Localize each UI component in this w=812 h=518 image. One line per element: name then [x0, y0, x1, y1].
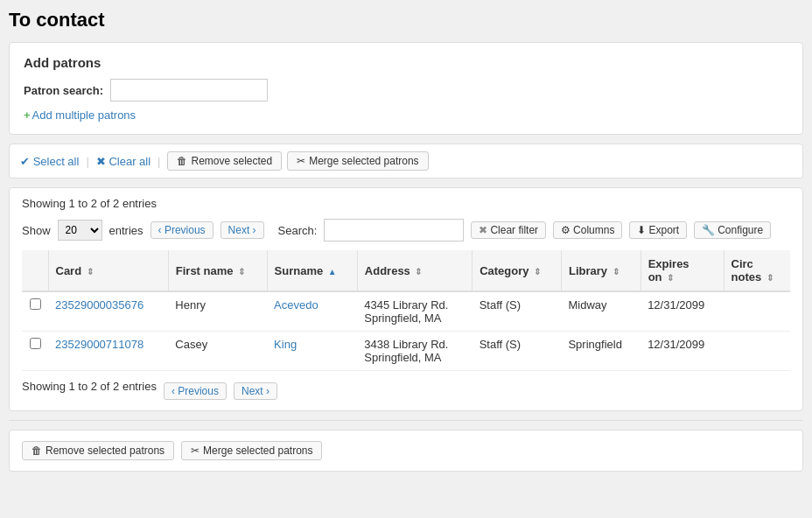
row-card: 23529000711078 — [48, 332, 168, 371]
x-icon-toolbar: ✖ — [96, 155, 106, 168]
table-search-input[interactable] — [324, 219, 464, 242]
sort-icon-address: ⇕ — [415, 267, 422, 276]
row-first-name: Henry — [168, 291, 267, 332]
row-card: 23529000035676 — [48, 291, 168, 332]
export-button[interactable]: ⬇ Export — [629, 221, 687, 239]
remove-selected-patrons-button[interactable]: 🗑 Remove selected patrons — [22, 441, 174, 460]
row-checkbox-cell — [22, 291, 48, 332]
row-address: 4345 Library Rd.Springfield, MA — [357, 291, 472, 332]
next-button-top[interactable]: Next › — [220, 221, 264, 239]
row-checkbox-cell — [22, 332, 48, 371]
clear-all-link[interactable]: ✖ Clear all — [96, 155, 150, 168]
page-title: To contact — [9, 9, 803, 32]
wrench-icon: 🔧 — [702, 224, 715, 236]
trash-icon-bottom: 🗑 — [32, 444, 42, 457]
patron-search-label: Patron search: — [24, 84, 103, 97]
configure-button[interactable]: 🔧 Configure — [694, 221, 771, 239]
toolbar-card: ✔ Select all | ✖ Clear all | 🗑 Remove se… — [9, 144, 803, 178]
show-label: Show — [22, 224, 51, 237]
row-checkbox-1[interactable] — [30, 338, 41, 349]
showing-text-bottom: Showing 1 to 2 of 2 entries — [22, 380, 157, 393]
th-card[interactable]: Card ⇕ — [48, 250, 168, 291]
surname-link-0[interactable]: Acevedo — [274, 298, 318, 312]
gear-icon: ⚙ — [561, 224, 570, 236]
x-filter-icon: ✖ — [479, 224, 487, 236]
row-first-name: Casey — [168, 332, 267, 371]
th-expires-on[interactable]: Expireson ⇕ — [640, 250, 724, 291]
columns-button[interactable]: ⚙ Columns — [553, 221, 622, 239]
previous-button-bottom[interactable]: ‹ Previous — [164, 382, 227, 400]
previous-button-top[interactable]: ‹ Previous — [150, 221, 214, 239]
table-row: 23529000711078 Casey King 3438 Library R… — [22, 332, 790, 371]
add-patrons-title: Add patrons — [24, 55, 788, 70]
card-link-1[interactable]: 23529000711078 — [55, 338, 144, 351]
card-link-0[interactable]: 23529000035676 — [55, 298, 144, 312]
table-row: 23529000035676 Henry Acevedo 4345 Librar… — [22, 291, 790, 332]
merge-selected-button[interactable]: ✂ Merge selected patrons — [287, 151, 428, 171]
separator-2: | — [158, 155, 160, 168]
th-first-name[interactable]: First name ⇕ — [168, 250, 267, 291]
patrons-table: Card ⇕ First name ⇕ Surname ▲ Address ⇕ … — [22, 250, 790, 371]
table-controls: Show 10 20 50 100 entries ‹ Previous Nex… — [22, 219, 790, 242]
show-entries-select[interactable]: 10 20 50 100 — [58, 220, 102, 241]
next-button-bottom[interactable]: Next › — [234, 382, 277, 400]
showing-text-top: Showing 1 to 2 of 2 entries — [22, 197, 790, 210]
bottom-controls: Showing 1 to 2 of 2 entries ‹ Previous N… — [22, 380, 790, 402]
row-expires-on: 12/31/2099 — [640, 332, 724, 371]
separator-1: | — [86, 155, 88, 168]
table-header-row: Card ⇕ First name ⇕ Surname ▲ Address ⇕ … — [22, 250, 790, 291]
row-circ-notes — [724, 332, 790, 371]
patron-search-input[interactable] — [110, 79, 268, 102]
row-circ-notes — [724, 291, 790, 332]
trash-icon: 🗑 — [177, 155, 187, 167]
row-library: Midway — [561, 291, 640, 332]
clear-filter-button[interactable]: ✖ Clear filter — [471, 221, 546, 239]
sort-icon-expires: ⇕ — [667, 273, 674, 283]
plus-icon: + — [24, 108, 31, 122]
row-library: Springfield — [561, 332, 640, 371]
row-category: Staff (S) — [472, 332, 562, 371]
sort-icon-first-name: ⇕ — [238, 267, 245, 276]
search-label: Search: — [278, 224, 318, 237]
sort-icon-card: ⇕ — [87, 267, 94, 276]
sort-icon-library: ⇕ — [612, 267, 620, 276]
surname-link-1[interactable]: King — [274, 338, 297, 351]
add-patrons-card: Add patrons Patron search: +Add multiple… — [9, 42, 803, 135]
select-all-link[interactable]: ✔ Select all — [20, 155, 79, 168]
add-multiple-patrons-link[interactable]: +Add multiple patrons — [24, 108, 136, 122]
divider — [9, 420, 803, 421]
th-checkbox — [22, 250, 48, 291]
download-icon: ⬇ — [637, 224, 646, 236]
sort-icon-category: ⇕ — [534, 267, 541, 276]
th-category[interactable]: Category ⇕ — [472, 250, 562, 291]
checkmark-icon: ✔ — [20, 155, 30, 168]
bottom-actions-card: 🗑 Remove selected patrons ✂ Merge select… — [9, 430, 803, 472]
row-expires-on: 12/31/2099 — [640, 291, 724, 332]
sort-icon-surname: ▲ — [328, 267, 337, 276]
row-category: Staff (S) — [472, 291, 562, 332]
merge-icon-bottom: ✂ — [191, 444, 200, 457]
merge-selected-patrons-button[interactable]: ✂ Merge selected patrons — [181, 441, 322, 460]
remove-selected-button[interactable]: 🗑 Remove selected — [167, 151, 282, 171]
row-checkbox-0[interactable] — [30, 298, 41, 310]
th-address[interactable]: Address ⇕ — [357, 250, 472, 291]
th-circ-notes[interactable]: Circnotes ⇕ — [724, 250, 790, 291]
th-library[interactable]: Library ⇕ — [561, 250, 640, 291]
row-surname: King — [267, 332, 357, 371]
sort-icon-circ: ⇕ — [766, 273, 774, 283]
row-address: 3438 Library Rd.Springfield, MA — [357, 332, 472, 371]
entries-label: entries — [109, 224, 144, 237]
row-surname: Acevedo — [267, 291, 357, 332]
merge-icon: ✂ — [297, 155, 305, 167]
main-data-card: Showing 1 to 2 of 2 entries Show 10 20 5… — [9, 187, 803, 411]
th-surname[interactable]: Surname ▲ — [267, 250, 357, 291]
